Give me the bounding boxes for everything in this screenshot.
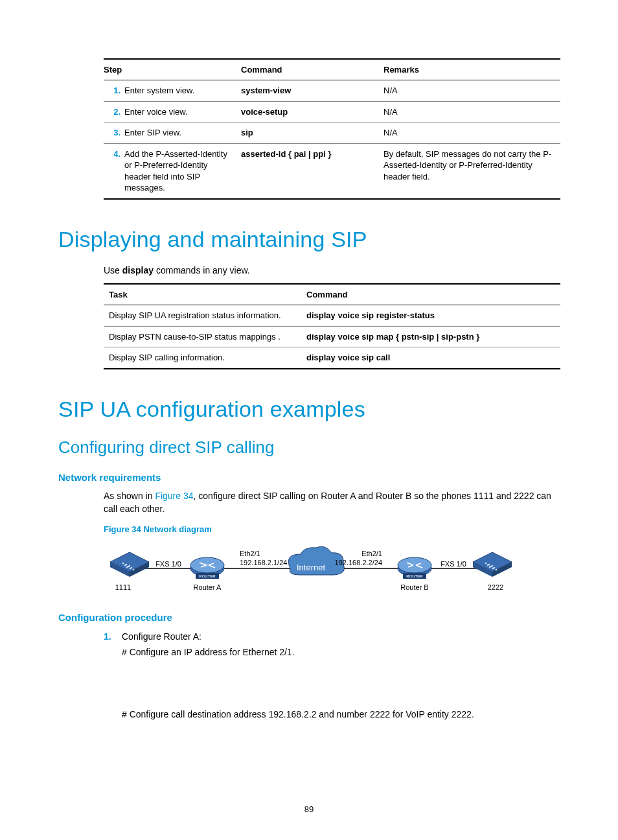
step-remarks: N/A — [383, 80, 560, 102]
fxs-a-label: FXS 1/0 — [155, 560, 181, 568]
router-badge: ROUTER — [199, 574, 216, 578]
phone-a-icon — [110, 552, 149, 577]
router-badge: ROUTER — [406, 574, 423, 578]
table-header-row: Task Command — [104, 284, 560, 305]
step-desc: Enter system view. — [124, 80, 241, 102]
eth-b-label: Eth2/1 — [361, 550, 382, 557]
cmd-args: { pai | ppi } — [286, 149, 331, 159]
network-diagram: 1111 FXS 1/0 ROUTER Router A Eth2/1 192.… — [104, 539, 518, 598]
step-desc: Enter voice view. — [124, 101, 241, 122]
step-remarks: N/A — [383, 122, 560, 144]
th-task: Task — [104, 284, 306, 305]
step-number: 2. — [104, 101, 124, 122]
document-page: Step Command Remarks 1. Enter system vie… — [0, 0, 618, 840]
svg-point-26 — [487, 565, 489, 566]
table-row: Display PSTN cause-to-SIP status mapping… — [104, 326, 560, 347]
step-remarks: N/A — [383, 101, 560, 122]
internet-label: Internet — [297, 563, 325, 572]
task-desc: Display SIP calling information. — [104, 347, 306, 369]
procedure-list: 1.Configure Router A: # Configure an IP … — [104, 629, 560, 722]
step-number: 1. — [104, 80, 124, 102]
page-number: 89 — [0, 804, 618, 814]
phone-b-label: 2222 — [488, 583, 503, 591]
proc-text: # Configure call destination address 192… — [122, 707, 560, 723]
proc-text: # Configure an IP address for Ethernet 2… — [122, 645, 560, 660]
heading-network-req: Network requirements — [58, 472, 560, 483]
svg-point-29 — [489, 566, 491, 568]
paragraph-use-display: Use display commands in any view. — [104, 264, 560, 277]
step-desc: Add the P-Asserted-Identity or P-Preferr… — [124, 143, 241, 199]
task-desc: Display PSTN cause-to-SIP status mapping… — [104, 326, 306, 347]
table-row: Display SIP UA registration status infor… — [104, 305, 560, 327]
figure-ref-link[interactable]: Figure 34 — [155, 491, 193, 501]
heading-examples: SIP UA configuration examples — [58, 397, 560, 422]
step-command: asserted-id { pai | ppi } — [241, 143, 383, 199]
step-command: system-view — [241, 80, 383, 102]
ip-b-label: 192.168.2.2/24 — [335, 559, 382, 566]
step-desc: Enter SIP view. — [124, 122, 241, 144]
text: commands in any view. — [154, 265, 250, 275]
step-remarks: By default, SIP messages do not carry th… — [383, 143, 560, 199]
svg-point-11 — [130, 568, 132, 570]
table-row: 4. Add the P-Asserted-Identity or P-Pref… — [104, 143, 560, 199]
router-b-icon: ROUTER — [398, 557, 431, 579]
svg-point-7 — [124, 565, 126, 566]
svg-point-12 — [133, 569, 135, 571]
table-row: 2. Enter voice view. voice-setup N/A — [104, 101, 560, 122]
text: As shown in — [104, 491, 155, 501]
step-number: 4. — [104, 143, 124, 199]
task-command: display voice sip call — [306, 347, 560, 369]
svg-point-4 — [122, 563, 124, 565]
table-header-row: Step Command Remarks — [104, 59, 560, 80]
procedure-item: 1.Configure Router A: # Configure an IP … — [104, 629, 560, 722]
cmd-bold: display voice sip map — [306, 332, 393, 342]
eth-a-label: Eth2/1 — [240, 550, 260, 557]
th-remarks: Remarks — [383, 59, 560, 80]
th-command: Command — [241, 59, 383, 80]
th-step: Step — [104, 59, 241, 80]
heading-config-procedure: Configuration procedure — [58, 612, 560, 623]
task-command: display voice sip register-status — [306, 305, 560, 327]
phone-b-icon — [473, 552, 512, 577]
fxs-b-label: FXS 1/0 — [441, 560, 466, 568]
ip-a-label: 192.168.2.1/24 — [240, 559, 287, 566]
table-row: 3. Enter SIP view. sip N/A — [104, 122, 560, 144]
text: Use — [104, 265, 122, 275]
paragraph-network-req: As shown in Figure 34, configure direct … — [104, 489, 560, 516]
proc-number: 1. — [104, 629, 122, 645]
steps-table: Step Command Remarks 1. Enter system vie… — [104, 58, 560, 200]
svg-point-18 — [398, 557, 431, 573]
proc-text: Configure Router A: — [122, 631, 201, 642]
heading-configuring-direct: Configuring direct SIP calling — [58, 438, 560, 458]
table-row: 1. Enter system view. system-view N/A — [104, 80, 560, 102]
cmd-args: { pstn-sip | sip-pstn } — [393, 332, 479, 342]
router-b-label: Router B — [400, 583, 428, 591]
step-command: sip — [241, 122, 383, 144]
svg-point-31 — [496, 569, 498, 571]
task-desc: Display SIP UA registration status infor… — [104, 305, 306, 327]
phone-a-label: 1111 — [115, 583, 131, 591]
router-a-icon: ROUTER — [190, 557, 224, 579]
step-command: voice-setup — [241, 101, 383, 122]
task-command: display voice sip map { pstn-sip | sip-p… — [306, 326, 560, 347]
svg-point-30 — [492, 568, 494, 570]
text-bold: display — [122, 265, 154, 275]
step-number: 3. — [104, 122, 124, 144]
svg-point-23 — [485, 563, 487, 565]
router-a-label: Router A — [194, 583, 222, 591]
heading-displaying: Displaying and maintaining SIP — [58, 227, 560, 252]
figure-caption: Figure 34 Network diagram — [104, 524, 560, 534]
cmd-bold: asserted-id — [241, 149, 286, 159]
task-table: Task Command Display SIP UA registration… — [104, 283, 560, 369]
svg-point-10 — [126, 566, 128, 568]
table-row: Display SIP calling information. display… — [104, 347, 560, 369]
th-command: Command — [306, 284, 560, 305]
